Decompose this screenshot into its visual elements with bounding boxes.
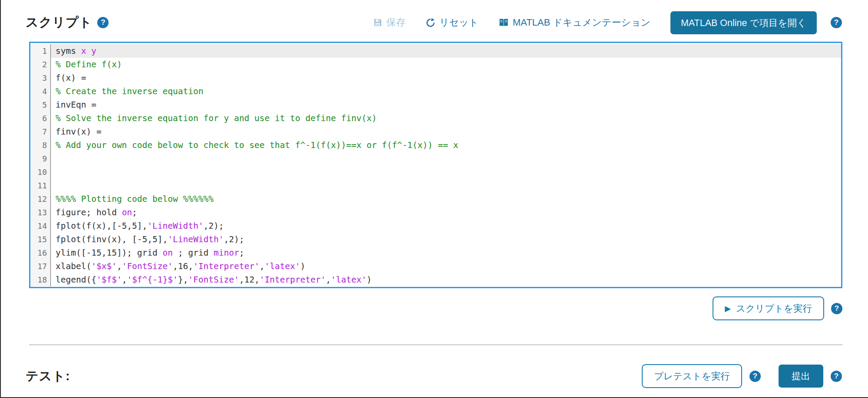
code-line[interactable]: 18legend({'$f$','$f^{-1}$'},'FontSize',1…: [30, 273, 841, 286]
submit-button[interactable]: 提出: [779, 365, 823, 388]
code-text: % Create the inverse equation: [51, 85, 841, 98]
line-number: 18: [30, 273, 51, 286]
code-text: [51, 165, 841, 179]
toolbar: 保存 リセット MATLAB: [373, 11, 842, 34]
matlab-docs-link[interactable]: MATLAB ドキュメンテーション: [498, 16, 650, 29]
section-divider: [29, 345, 842, 345]
line-number: 8: [30, 138, 51, 152]
run-script-button[interactable]: ▶ スクリプトを実行: [713, 296, 824, 320]
line-number: 14: [30, 219, 51, 233]
code-line[interactable]: 16ylim([-15,15]); grid on ; grid minor;: [30, 246, 841, 260]
line-number: 5: [30, 98, 51, 112]
save-button[interactable]: 保存: [373, 16, 406, 29]
tests-heading: テスト:: [26, 368, 70, 385]
line-number: 13: [30, 206, 51, 219]
submit-help-icon[interactable]: ?: [831, 371, 842, 382]
tests-section: テスト: プレテストを実行 ? 提出 ?: [26, 364, 842, 388]
reset-label: リセット: [439, 16, 479, 29]
line-number: 12: [30, 192, 51, 206]
reset-icon: [426, 18, 436, 28]
code-line[interactable]: 7finv(x) =: [30, 125, 841, 138]
line-number: 17: [30, 260, 51, 273]
save-icon: [373, 18, 383, 27]
code-line[interactable]: 2% Define f(x): [30, 58, 841, 71]
run-row: ▶ スクリプトを実行 ?: [29, 296, 842, 320]
book-icon: [498, 17, 509, 28]
line-number: 1: [30, 44, 51, 58]
run-script-label: スクリプトを実行: [736, 302, 812, 315]
code-line[interactable]: 4% Create the inverse equation: [30, 85, 841, 98]
code-line[interactable]: 10: [30, 165, 841, 179]
code-text: xlabel('$x$','FontSize',16,'Interpreter'…: [51, 260, 841, 273]
line-number: 2: [30, 58, 51, 71]
code-text: % Add your own code below to check to se…: [51, 138, 841, 152]
code-lines: 1syms x y2% Define f(x)3f(x) =4% Create …: [30, 43, 841, 286]
code-line[interactable]: 6% Solve the inverse equation for y and …: [30, 112, 841, 125]
code-line[interactable]: 13figure; hold on;: [30, 206, 841, 219]
code-text: [51, 179, 841, 192]
code-line[interactable]: 11: [30, 179, 841, 192]
header: スクリプト ? 保存: [1, 0, 868, 42]
matlab-docs-label: MATLAB ドキュメンテーション: [513, 16, 650, 29]
code-text: syms x y: [51, 44, 841, 58]
line-number: 9: [30, 152, 51, 165]
code-line[interactable]: 15fplot(finv(x), [-5,5],'LineWidth',2);: [30, 233, 841, 246]
code-line[interactable]: 9: [30, 152, 841, 165]
save-label: 保存: [386, 16, 406, 29]
code-line[interactable]: 17xlabel('$x$','FontSize',16,'Interprete…: [30, 260, 841, 273]
line-number: 15: [30, 233, 51, 246]
code-text: finv(x) =: [51, 125, 841, 138]
code-text: % Solve the inverse equation for y and u…: [51, 112, 841, 125]
code-text: %%%% Plotting code below %%%%%%: [51, 192, 841, 206]
pretest-help-icon[interactable]: ?: [749, 371, 761, 382]
code-line[interactable]: 1syms x y: [30, 44, 841, 58]
code-line[interactable]: 14fplot(f(x),[-5,5],'LineWidth',2);: [30, 219, 841, 233]
reset-button[interactable]: リセット: [426, 16, 479, 29]
script-help-icon[interactable]: ?: [97, 17, 109, 28]
run-pretest-button[interactable]: プレテストを実行: [642, 364, 742, 388]
code-line[interactable]: 12%%%% Plotting code below %%%%%%: [30, 192, 841, 206]
code-line[interactable]: 3f(x) =: [30, 71, 841, 85]
line-number: 16: [30, 246, 51, 260]
line-number: 11: [30, 179, 51, 192]
code-line[interactable]: 5invEqn =: [30, 98, 841, 112]
run-script-help-icon[interactable]: ?: [831, 303, 842, 314]
code-line[interactable]: 8% Add your own code below to check to s…: [30, 138, 841, 152]
code-text: ylim([-15,15]); grid on ; grid minor;: [51, 246, 841, 260]
code-text: figure; hold on;: [51, 206, 841, 219]
code-text: [51, 152, 841, 165]
code-text: fplot(f(x),[-5,5],'LineWidth',2);: [51, 219, 841, 233]
line-number: 7: [30, 125, 51, 138]
code-text: legend({'$f$','$f^{-1}$'},'FontSize',12,…: [51, 273, 841, 286]
line-number: 4: [30, 85, 51, 98]
code-editor[interactable]: 1syms x y2% Define f(x)3f(x) =4% Create …: [29, 42, 842, 288]
page-title: スクリプト: [26, 14, 92, 31]
code-text: % Define f(x): [51, 58, 841, 71]
open-online-help-icon[interactable]: ?: [831, 17, 842, 28]
line-number: 10: [30, 165, 51, 179]
code-text: fplot(finv(x), [-5,5],'LineWidth',2);: [51, 233, 841, 246]
open-matlab-online-button[interactable]: MATLAB Online で項目を開く: [670, 11, 817, 34]
play-icon: ▶: [725, 305, 731, 312]
code-text: f(x) =: [51, 71, 841, 85]
line-number: 6: [30, 112, 51, 125]
code-text: invEqn =: [51, 98, 841, 112]
line-number: 3: [30, 71, 51, 85]
